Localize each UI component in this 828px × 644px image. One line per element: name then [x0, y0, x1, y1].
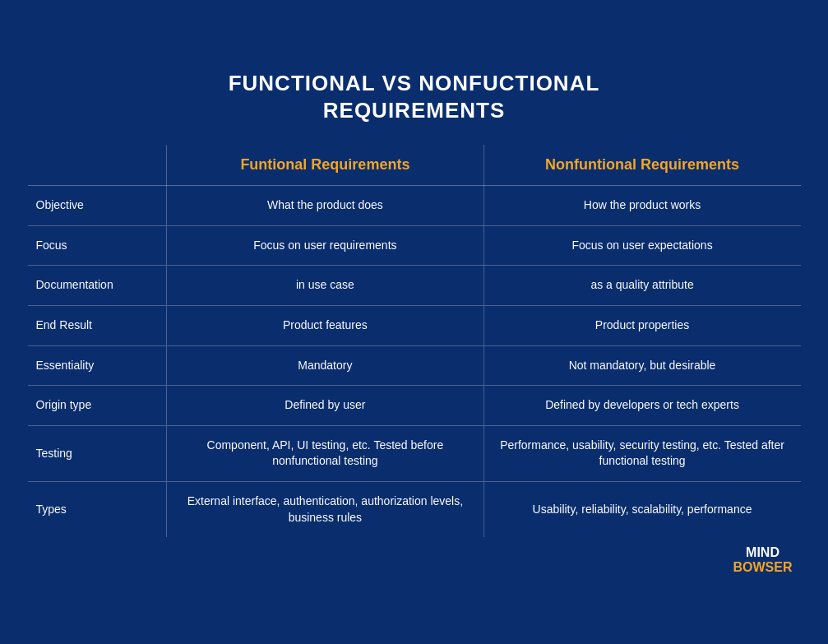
nonfunctional-requirements-header: Nonfuntional Requirements: [483, 145, 800, 186]
nonfunctional-value: How the product works: [483, 186, 800, 226]
functional-value: What the product does: [167, 186, 483, 226]
table-row: TestingComponent, API, UI testing, etc. …: [28, 425, 801, 481]
row-label: Focus: [28, 225, 167, 266]
nonfunctional-value: Product properties: [483, 306, 800, 346]
nonfunctional-value: Focus on user expectations: [483, 225, 800, 266]
table-row: Origin typeDefined by userDefined by dev…: [28, 386, 801, 426]
comparison-table: Funtional Requirements Nonfuntional Requ…: [28, 145, 801, 537]
row-label: Testing: [28, 425, 167, 481]
brand-logo: MIND BOWSER: [733, 545, 793, 574]
nonfunctional-value: as a quality attribute: [483, 266, 800, 306]
functional-value: External interface, authentication, auth…: [167, 481, 483, 537]
table-header-row: Funtional Requirements Nonfuntional Requ…: [28, 145, 801, 186]
table-row: EssentialityMandatoryNot mandatory, but …: [28, 345, 801, 386]
row-label: Objective: [28, 186, 167, 226]
page-title: FUNCTIONAL vs NONFUCTIONAL REQUIREMENTS: [28, 70, 801, 126]
table-row: ObjectiveWhat the product doesHow the pr…: [28, 186, 801, 226]
functional-value: Defined by user: [167, 386, 483, 426]
row-label: Essentiality: [28, 345, 167, 386]
table-row: End ResultProduct featuresProduct proper…: [28, 306, 801, 346]
row-label: End Result: [28, 306, 167, 346]
nonfunctional-value: Usability, reliability, scalability, per…: [483, 481, 800, 537]
table-row: Documentationin use caseas a quality att…: [28, 266, 801, 306]
row-label: Origin type: [28, 386, 167, 426]
functional-requirements-header: Funtional Requirements: [167, 145, 483, 186]
branding-section: MIND BOWSER: [28, 545, 801, 574]
empty-header-cell: [28, 145, 167, 186]
table-row: TypesExternal interface, authentication,…: [28, 481, 801, 537]
functional-value: Product features: [167, 306, 483, 346]
functional-value: in use case: [167, 266, 483, 306]
main-container: FUNCTIONAL vs NONFUCTIONAL REQUIREMENTS …: [20, 53, 809, 591]
functional-value: Focus on user requirements: [167, 225, 483, 266]
row-label: Types: [28, 481, 167, 537]
functional-value: Mandatory: [167, 345, 483, 386]
functional-value: Component, API, UI testing, etc. Tested …: [167, 425, 483, 481]
nonfunctional-value: Performance, usability, security testing…: [483, 425, 800, 481]
nonfunctional-value: Defined by developers or tech experts: [483, 386, 800, 426]
nonfunctional-value: Not mandatory, but desirable: [483, 345, 800, 386]
row-label: Documentation: [28, 266, 167, 306]
table-row: FocusFocus on user requirementsFocus on …: [28, 225, 801, 266]
